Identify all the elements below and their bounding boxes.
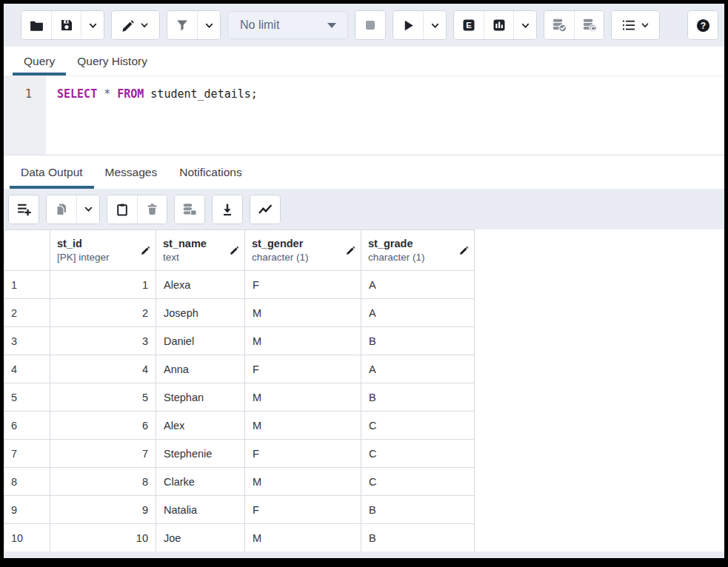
rollback-button[interactable] [574,11,604,39]
graph-visualiser-button[interactable] [250,195,280,224]
st-grade-cell[interactable]: C [361,440,475,468]
st-id-cell[interactable]: 8 [50,468,156,496]
st-id-cell[interactable]: 9 [50,496,156,524]
st-grade-cell[interactable]: C [361,468,475,496]
execute-menu-button[interactable] [423,11,446,39]
st-grade-cell[interactable]: A [361,299,475,327]
st-id-cell[interactable]: 5 [50,383,156,412]
st-name-cell[interactable]: Alex [156,412,245,440]
st-name-cell[interactable]: Natalia [156,496,245,524]
bottom-strip [4,551,724,558]
st-grade-cell[interactable]: B [361,383,475,412]
st-grade-cell[interactable]: A [361,355,475,383]
st-name-cell[interactable]: Stephenie [156,440,245,468]
filter-button[interactable] [167,11,197,39]
execute-button[interactable] [393,11,423,39]
row-number-cell[interactable]: 8 [4,468,50,496]
st-id-cell[interactable]: 1 [50,271,156,299]
tab-query[interactable]: Query [13,47,66,76]
row-number-cell[interactable]: 3 [4,327,50,355]
filter-menu-button[interactable] [197,11,220,39]
save-menu-button[interactable] [81,11,104,39]
copy-menu-button[interactable] [76,195,99,224]
open-file-button[interactable] [21,11,51,39]
tab-notifications[interactable]: Notifications [168,155,253,189]
sql-editor[interactable]: 1 SELECT * FROM student_details; [4,76,724,155]
st-gender-cell[interactable]: M [245,468,361,496]
select-all-corner[interactable] [4,230,50,271]
filter-button-group [167,10,221,40]
chevron-down-icon [139,20,150,30]
cancel-query-button[interactable] [355,11,385,39]
explain-button[interactable]: E [454,11,484,39]
st-gender-cell[interactable]: F [245,496,361,524]
file-button-group [21,10,104,40]
st-gender-cell[interactable]: M [245,299,361,327]
column-header-st-grade[interactable]: st_grade character (1) [361,230,475,271]
st-name-cell[interactable]: Joseph [156,299,245,327]
column-header-st-gender[interactable]: st_gender character (1) [245,230,361,271]
edit-column-icon[interactable] [459,245,470,255]
st-id-cell[interactable]: 10 [50,524,156,552]
row-number-cell[interactable]: 10 [4,524,50,552]
row-number-cell[interactable]: 7 [4,440,50,468]
st-name-cell[interactable]: Alexa [156,271,245,299]
st-gender-cell[interactable]: M [245,327,361,355]
edit-column-icon[interactable] [346,245,356,255]
delete-row-button[interactable] [137,195,167,224]
st-id-cell[interactable]: 2 [50,299,156,327]
edit-menu-button[interactable] [112,11,159,39]
st-gender-cell[interactable]: F [245,271,361,299]
rollback-icon [581,17,598,33]
tab-messages[interactable]: Messages [94,155,169,189]
row-number-cell[interactable]: 4 [4,355,50,383]
tab-query-history[interactable]: Query History [66,47,158,76]
sql-code-line[interactable]: SELECT * FROM student_details; [46,76,258,155]
explain-analyze-button[interactable] [484,11,513,39]
edit-column-icon[interactable] [230,245,240,255]
tab-data-output[interactable]: Data Output [10,155,94,189]
st-gender-cell[interactable]: F [245,355,361,383]
tab-query-history-label: Query History [77,55,147,68]
save-file-button[interactable] [51,11,81,39]
macros-menu-button[interactable] [612,11,659,39]
column-header-st-name[interactable]: st_name text [156,230,245,271]
row-number-cell[interactable]: 2 [4,299,50,327]
st-name-cell[interactable]: Clarke [156,468,245,496]
download-results-button[interactable] [213,195,242,224]
row-limit-select[interactable]: No limit [227,11,348,39]
st-gender-cell[interactable]: M [245,524,361,552]
row-number-cell[interactable]: 9 [4,496,50,524]
paste-button[interactable] [107,195,137,224]
st-grade-cell[interactable]: B [361,496,475,524]
st-id-cell[interactable]: 3 [50,327,156,355]
save-data-changes-button[interactable] [175,195,204,224]
st-grade-cell[interactable]: C [361,412,475,440]
edit-column-icon[interactable] [141,245,151,255]
st-name-cell[interactable]: Joe [156,524,245,552]
add-row-button[interactable] [9,195,39,224]
row-number-cell[interactable]: 6 [4,412,50,440]
st-id-cell[interactable]: 4 [50,355,156,383]
st-name-cell[interactable]: Daniel [156,327,245,355]
save-data-changes-icon [181,201,198,218]
st-name-cell[interactable]: Anna [156,355,245,383]
copy-button[interactable] [47,195,76,224]
st-gender-cell[interactable]: F [245,440,361,468]
column-name: st_grade [368,237,425,251]
st-id-cell[interactable]: 6 [50,412,156,440]
column-header-st-id[interactable]: st_id [PK] integer [50,230,156,271]
st-grade-cell[interactable]: B [361,327,475,355]
st-name-cell[interactable]: Stephan [156,383,245,412]
chevron-down-icon [87,20,98,31]
st-grade-cell[interactable]: A [361,271,475,299]
st-gender-cell[interactable]: M [245,412,361,440]
row-number-cell[interactable]: 5 [4,383,50,412]
commit-button[interactable] [544,11,574,39]
st-grade-cell[interactable]: B [361,524,475,552]
row-number-cell[interactable]: 1 [4,271,50,299]
st-gender-cell[interactable]: M [245,383,361,412]
explain-menu-button[interactable] [513,11,536,39]
st-id-cell[interactable]: 7 [50,440,156,468]
help-button[interactable]: ? [688,11,718,39]
